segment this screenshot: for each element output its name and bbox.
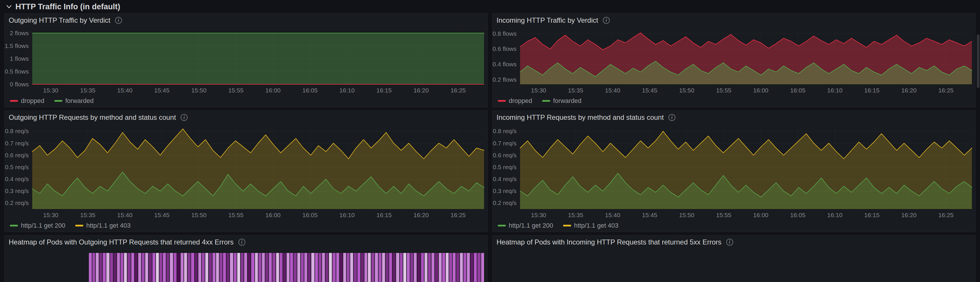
- panel-header[interactable]: Heatmap of Pods with Incoming HTTP Reque…: [492, 236, 975, 249]
- heatmap-cell-column[interactable]: [435, 253, 438, 282]
- heatmap-cell-column[interactable]: [251, 253, 254, 282]
- heatmap-cell-column[interactable]: [290, 253, 293, 282]
- row-header-http-traffic-info[interactable]: HTTP Traffic Info (in default): [4, 0, 976, 13]
- heatmap-cell-column[interactable]: [220, 253, 223, 282]
- panel-header[interactable]: Outgoing HTTP Traffic by Verdict i: [5, 14, 488, 27]
- heatmap-cell-column[interactable]: [103, 253, 106, 282]
- heatmap-cell-column[interactable]: [145, 253, 148, 282]
- heatmap-cell-column[interactable]: [149, 253, 151, 282]
- heatmap-cell-column[interactable]: [131, 253, 134, 282]
- heatmap-cell-column[interactable]: [213, 253, 215, 282]
- panel-header[interactable]: Heatmap of Pods with Outgoing HTTP Reque…: [5, 236, 488, 249]
- heatmap-cell-column[interactable]: [209, 253, 212, 282]
- heatmap-cell-column[interactable]: [286, 253, 290, 282]
- heatmap-cell-column[interactable]: [156, 253, 159, 282]
- panel-title[interactable]: Outgoing HTTP Traffic by Verdict: [9, 16, 110, 24]
- panel-title[interactable]: Incoming HTTP Requests by method and sta…: [496, 114, 664, 122]
- heatmap-cell-column[interactable]: [431, 253, 434, 282]
- heatmap-cell-column[interactable]: [368, 253, 371, 282]
- heatmap-cell-column[interactable]: [460, 253, 463, 282]
- panel-header[interactable]: Incoming HTTP Requests by method and sta…: [492, 111, 975, 124]
- heatmap-cell-column[interactable]: [382, 253, 385, 282]
- heatmap-cell-column[interactable]: [191, 253, 194, 282]
- heatmap-cell-column[interactable]: [481, 253, 484, 282]
- legend-item-get-403[interactable]: http/1.1 get 403: [75, 222, 130, 229]
- page-scrollbar[interactable]: [977, 34, 979, 88]
- heatmap-cell-column[interactable]: [110, 253, 113, 282]
- heatmap-cell-column[interactable]: [396, 253, 399, 282]
- heatmap-cell-column[interactable]: [255, 253, 258, 282]
- heatmap-cell-column[interactable]: [99, 253, 102, 282]
- panel-header[interactable]: Outgoing HTTP Requests by method and sta…: [5, 111, 488, 124]
- heatmap-cell-column[interactable]: [276, 253, 279, 282]
- heatmap-cell-column[interactable]: [92, 253, 95, 282]
- heatmap-cell-column[interactable]: [198, 253, 201, 282]
- heatmap-cell-column[interactable]: [106, 253, 109, 282]
- heatmap-cell-column[interactable]: [308, 253, 311, 282]
- heatmap-cell-column[interactable]: [177, 253, 180, 282]
- heatmap-cell-column[interactable]: [364, 253, 368, 282]
- heatmap-cell-column[interactable]: [442, 253, 445, 282]
- heatmap-cell-column[interactable]: [439, 253, 442, 282]
- legend-item-forwarded[interactable]: forwarded: [54, 97, 94, 105]
- heatmap-cell-column[interactable]: [340, 253, 343, 282]
- heatmap-cell-column[interactable]: [223, 253, 226, 282]
- panel-header[interactable]: Incoming HTTP Traffic by Verdict i: [492, 14, 975, 27]
- heatmap-cell-column[interactable]: [283, 253, 286, 282]
- heatmap-cell-column[interactable]: [142, 253, 145, 282]
- timeseries-chart[interactable]: 0.2 flows0.4 flows0.6 flows0.8 flows15:3…: [492, 27, 975, 96]
- heatmap-cell-column[interactable]: [216, 253, 219, 282]
- heatmap-cell-column[interactable]: [326, 253, 328, 282]
- heatmap-cell-column[interactable]: [113, 253, 116, 282]
- heatmap-cell-column[interactable]: [244, 253, 247, 282]
- heatmap-cell-column[interactable]: [414, 253, 417, 282]
- info-icon[interactable]: i: [603, 17, 610, 24]
- heatmap-cell-column[interactable]: [400, 253, 403, 282]
- heatmap-cell-column[interactable]: [262, 253, 265, 282]
- heatmap-cell-column[interactable]: [403, 253, 406, 282]
- info-icon[interactable]: i: [668, 114, 675, 121]
- timeseries-chart[interactable]: 0 flows0.5 flows1 flows1.5 flows2 flows1…: [5, 27, 488, 96]
- heatmap-cell-column[interactable]: [266, 253, 268, 282]
- heatmap-cell-column[interactable]: [463, 253, 466, 282]
- heatmap-cell-column[interactable]: [477, 253, 480, 282]
- heatmap-cell-column[interactable]: [425, 253, 428, 282]
- heatmap-cell-column[interactable]: [230, 253, 233, 282]
- legend-item-forwarded[interactable]: forwarded: [542, 97, 582, 105]
- panel-title[interactable]: Incoming HTTP Traffic by Verdict: [496, 16, 598, 24]
- heatmap-cell-column[interactable]: [298, 253, 300, 282]
- heatmap-cell-column[interactable]: [358, 253, 360, 282]
- heatmap-cell-column[interactable]: [428, 253, 431, 282]
- heatmap-cell-column[interactable]: [121, 253, 123, 282]
- heatmap-cell-column[interactable]: [347, 253, 350, 282]
- heatmap-cell-column[interactable]: [311, 253, 314, 282]
- heatmap-cell-column[interactable]: [304, 253, 307, 282]
- heatmap-cell-column[interactable]: [354, 253, 356, 282]
- heatmap-cell-column[interactable]: [173, 253, 177, 282]
- heatmap-cell-column[interactable]: [269, 253, 272, 282]
- heatmap-cell-column[interactable]: [188, 253, 191, 282]
- panel-title[interactable]: Heatmap of Pods with Outgoing HTTP Reque…: [9, 238, 234, 246]
- timeseries-chart[interactable]: 0.2 req/s0.3 req/s0.4 req/s0.5 req/s0.6 …: [5, 124, 488, 221]
- heatmap-cell-column[interactable]: [96, 253, 99, 282]
- legend-item-dropped[interactable]: dropped: [498, 97, 532, 105]
- heatmap-cell-column[interactable]: [371, 253, 374, 282]
- info-icon[interactable]: i: [239, 239, 245, 246]
- timeseries-chart[interactable]: 0.2 req/s0.3 req/s0.4 req/s0.5 req/s0.6 …: [492, 124, 975, 221]
- heatmap-cell-column[interactable]: [301, 253, 304, 282]
- heatmap-cell-column[interactable]: [329, 253, 332, 282]
- heatmap-cell-column[interactable]: [389, 253, 392, 282]
- heatmap-chart[interactable]: [5, 249, 488, 282]
- heatmap-cell-column[interactable]: [453, 253, 456, 282]
- heatmap-cell-column[interactable]: [294, 253, 296, 282]
- heatmap-cell-column[interactable]: [127, 253, 130, 282]
- heatmap-cell-column[interactable]: [138, 253, 141, 282]
- heatmap-cell-column[interactable]: [234, 253, 237, 282]
- heatmap-cell-column[interactable]: [226, 253, 229, 282]
- heatmap-cell-column[interactable]: [124, 253, 127, 282]
- heatmap-cell-column[interactable]: [456, 253, 459, 282]
- info-icon[interactable]: i: [181, 114, 188, 121]
- heatmap-cell-column[interactable]: [379, 253, 382, 282]
- legend-item-get-200[interactable]: http/1.1 get 200: [498, 222, 553, 229]
- heatmap-cell-column[interactable]: [315, 253, 318, 282]
